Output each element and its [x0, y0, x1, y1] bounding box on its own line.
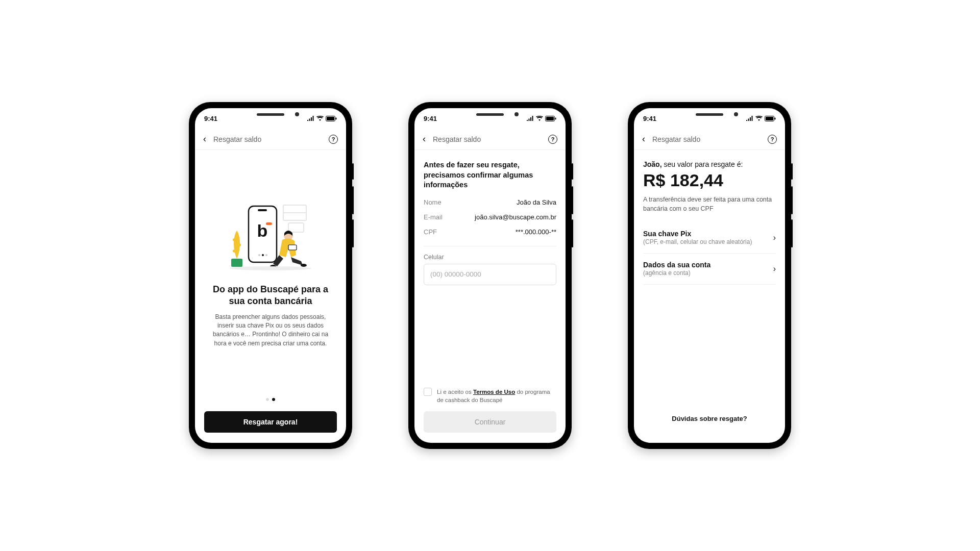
- redeem-amount: R$ 182,44: [643, 170, 776, 190]
- phone-mockup-1: 9:41 ‹ Resgatar saldo ?: [189, 102, 352, 449]
- status-time: 9:41: [643, 115, 656, 122]
- terms-row: Li e aceito os Termos de Uso do programa…: [424, 388, 556, 404]
- option-pix[interactable]: Sua chave Pix (CPF, e-mail, celular ou c…: [643, 222, 776, 254]
- option-pix-title: Sua chave Pix: [643, 230, 752, 238]
- page-indicator: [204, 398, 337, 401]
- svg-rect-2: [336, 117, 337, 119]
- svg-point-15: [262, 254, 264, 256]
- svg-point-21: [230, 266, 311, 270]
- signal-icon: [746, 116, 753, 121]
- transfer-note: A transferência deve ser feita para uma …: [643, 195, 776, 213]
- back-icon[interactable]: ‹: [423, 134, 426, 144]
- status-icons: [526, 116, 556, 121]
- nav-bar: ‹ Resgatar saldo ?: [195, 129, 346, 150]
- svg-rect-24: [555, 117, 556, 119]
- greeting-name: João,: [643, 160, 662, 168]
- signal-icon: [307, 116, 314, 121]
- status-bar: 9:41: [414, 108, 566, 129]
- status-bar: 9:41: [634, 108, 785, 129]
- help-icon[interactable]: ?: [329, 135, 338, 144]
- battery-icon: [545, 116, 556, 121]
- nav-title: Resgatar saldo: [652, 135, 761, 143]
- svg-point-9: [233, 249, 236, 253]
- terms-text: Li e aceito os Termos de Uso do programa…: [437, 388, 556, 404]
- phone-mockup-2: 9:41 ‹ Resgatar saldo ? Antes de fazer s…: [408, 102, 572, 449]
- name-label: Nome: [424, 198, 442, 206]
- greeting: João, seu valor para resgate é:: [643, 160, 776, 168]
- cpf-label: CPF: [424, 228, 437, 236]
- svg-rect-5: [288, 223, 304, 232]
- back-icon[interactable]: ‹: [203, 134, 206, 144]
- option-bank-title: Dados da sua conta: [643, 261, 710, 269]
- phone-field-label: Celular: [424, 254, 556, 261]
- status-icons: [746, 116, 776, 121]
- nav-bar: ‹ Resgatar saldo ?: [414, 129, 566, 150]
- svg-rect-23: [546, 117, 554, 120]
- chevron-right-icon: ›: [773, 233, 776, 242]
- onboarding-heading: Do app do Buscapé para a sua conta bancá…: [204, 284, 337, 308]
- email-label: E-mail: [424, 213, 443, 221]
- continue-button[interactable]: Continuar: [424, 411, 556, 433]
- redeem-now-button[interactable]: Resgatar agora!: [204, 411, 337, 433]
- status-time: 9:41: [424, 115, 437, 122]
- svg-rect-11: [258, 209, 267, 211]
- name-value: João da Silva: [517, 198, 556, 206]
- battery-icon: [765, 116, 776, 121]
- svg-rect-18: [288, 245, 297, 250]
- nav-title: Resgatar saldo: [213, 135, 322, 143]
- phone-mockup-3: 9:41 ‹ Resgatar saldo ? João, seu valor …: [628, 102, 791, 449]
- cpf-value: ***.000.000-**: [516, 228, 556, 236]
- status-bar: 9:41: [195, 108, 346, 129]
- option-bank[interactable]: Dados da sua conta (agência e conta) ›: [643, 254, 776, 285]
- chevron-right-icon: ›: [773, 264, 776, 273]
- svg-rect-1: [327, 117, 334, 120]
- wifi-icon: [316, 116, 324, 121]
- onboarding-illustration: b: [222, 200, 319, 271]
- info-row-cpf: CPF ***.000.000-**: [424, 228, 556, 236]
- info-row-name: Nome João da Silva: [424, 198, 556, 206]
- divider: [424, 246, 556, 246]
- signal-icon: [526, 116, 534, 121]
- svg-point-14: [258, 254, 260, 256]
- svg-rect-6: [231, 259, 242, 267]
- help-icon[interactable]: ?: [548, 135, 557, 144]
- wifi-icon: [755, 116, 763, 121]
- terms-link[interactable]: Termos de Uso: [473, 389, 515, 395]
- nav-title: Resgatar saldo: [433, 135, 541, 143]
- svg-rect-27: [775, 117, 776, 119]
- svg-point-16: [265, 254, 267, 256]
- battery-icon: [326, 116, 337, 121]
- phone-input[interactable]: [424, 264, 556, 285]
- back-icon[interactable]: ‹: [642, 134, 645, 144]
- option-pix-subtitle: (CPF, e-mail, celular ou chave aleatória…: [643, 238, 752, 246]
- help-icon[interactable]: ?: [768, 135, 777, 144]
- svg-rect-13: [266, 222, 272, 225]
- terms-checkbox[interactable]: [424, 388, 432, 396]
- wifi-icon: [536, 116, 543, 121]
- status-time: 9:41: [204, 115, 217, 122]
- faq-link[interactable]: Dúvidas sobre resgate?: [643, 415, 776, 422]
- nav-bar: ‹ Resgatar saldo ?: [634, 129, 785, 150]
- svg-rect-26: [766, 117, 773, 120]
- svg-point-7: [233, 238, 236, 241]
- info-row-email: E-mail joão.silva@buscape.com.br: [424, 213, 556, 221]
- svg-point-8: [238, 243, 241, 246]
- confirm-heading: Antes de fazer seu resgate, precisamos c…: [424, 160, 556, 190]
- svg-point-20: [301, 264, 307, 267]
- status-icons: [307, 116, 337, 121]
- email-value: joão.silva@buscape.com.br: [475, 213, 556, 221]
- option-bank-subtitle: (agência e conta): [643, 269, 710, 277]
- onboarding-body: Basta preencher alguns dados pessoais, i…: [204, 313, 337, 348]
